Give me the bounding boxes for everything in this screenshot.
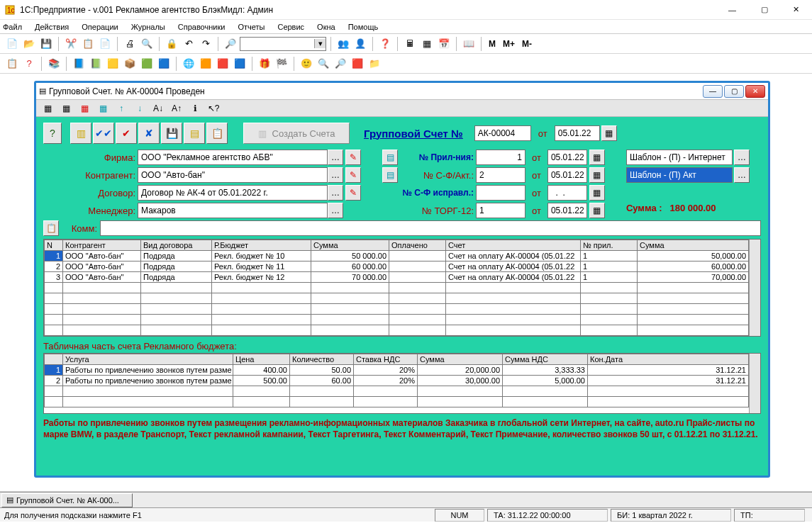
menu-service[interactable]: Сервис	[277, 23, 304, 31]
tb2-flag-button[interactable]: 🏁	[274, 56, 289, 72]
menu-references[interactable]: Справочники	[178, 23, 226, 31]
table-row[interactable]: 2Работы по привлечению звонков путем раз…	[45, 376, 749, 386]
new-doc-button[interactable]: 📄	[4, 36, 20, 52]
mdi-tb-copyline[interactable]: ▦	[59, 101, 73, 116]
firm-input[interactable]	[138, 150, 328, 165]
pril-number-input[interactable]	[476, 150, 525, 165]
hdr-save-button[interactable]: 💾	[161, 123, 182, 144]
open-button[interactable]: 📂	[21, 36, 37, 52]
tb2-globe-button[interactable]: 🌐	[181, 56, 196, 72]
mdi-tb-sort-asc[interactable]: A↓	[151, 101, 165, 116]
book-button[interactable]: 📖	[461, 36, 477, 52]
tb2-sheet-button[interactable]: 📋	[4, 56, 20, 72]
pril-calendar-button[interactable]: ▦	[589, 150, 605, 165]
sfakt-sheet-button[interactable]: ▤	[382, 167, 398, 183]
menu-windows[interactable]: Окна	[317, 23, 335, 31]
komm-input[interactable]	[100, 220, 761, 236]
budget-table[interactable]: Услуга ЦенаКоличество Ставка НДССумма Су…	[44, 354, 749, 407]
tb2-search2-button[interactable]: 🔎	[333, 56, 348, 72]
preview-button[interactable]: 🔍	[139, 36, 155, 52]
m-minus-button[interactable]: М-	[519, 39, 535, 49]
menu-actions[interactable]: Действия	[35, 23, 69, 31]
tb2-book2-button[interactable]: 📗	[88, 56, 104, 72]
torg-number-input[interactable]	[476, 203, 525, 218]
table-row[interactable]	[45, 397, 749, 407]
table-row[interactable]: 3ООО "Авто-бан"ПодрядаРекл. бюджет № 127…	[45, 272, 749, 283]
table-row[interactable]	[45, 293, 749, 304]
table-row[interactable]	[45, 304, 749, 315]
torg-calendar-button[interactable]: ▦	[589, 203, 605, 218]
calc-button[interactable]: 🖩	[402, 36, 418, 52]
doc-date-input[interactable]	[555, 125, 600, 141]
person-button[interactable]: 👤	[352, 36, 368, 52]
sfakt-date-input[interactable]	[547, 167, 587, 183]
menu-help[interactable]: Помощь	[348, 23, 379, 31]
mdi-tb-sort-desc[interactable]: A↑	[169, 101, 184, 116]
lock-button[interactable]: 🔒	[164, 36, 179, 52]
mdi-minimize-button[interactable]: —	[703, 85, 723, 98]
find-combo[interactable]: ▾	[240, 37, 326, 51]
pril-date-input[interactable]	[547, 150, 587, 165]
mdi-tb-delline[interactable]: ▦	[77, 101, 91, 116]
cut-button[interactable]: ✂️	[63, 36, 79, 52]
template-internet[interactable]: Шаблон - (П) - Интернет	[626, 150, 733, 165]
hdr-approve-button[interactable]: ✔	[116, 123, 137, 144]
document-title-link[interactable]: Групповой Счет №	[364, 128, 463, 140]
dogovor-edit-button[interactable]: ✎	[345, 185, 361, 201]
tb2-face-button[interactable]: 🙂	[299, 56, 314, 72]
dogovor-select-button[interactable]: …	[328, 185, 343, 201]
create-invoices-button[interactable]: ▥ Создать Счета	[243, 123, 350, 144]
template-internet-select[interactable]: …	[734, 150, 750, 165]
tb2-book1-button[interactable]: 📘	[71, 56, 87, 72]
contragent-input[interactable]	[138, 167, 328, 183]
m-plus-button[interactable]: М+	[500, 39, 518, 49]
torg-date-input[interactable]	[547, 203, 587, 218]
hdr-help-button[interactable]: ?	[43, 123, 62, 144]
manager-input[interactable]	[138, 203, 328, 218]
sfakt-number-input[interactable]	[476, 167, 525, 183]
table-row[interactable]	[45, 283, 749, 293]
mdi-titlebar[interactable]: ▤ Групповой Счет. № АК-00004 Проведен — …	[36, 83, 768, 100]
mdi-tb-refresh[interactable]: ▦	[96, 101, 110, 116]
undo-button[interactable]: ↶	[181, 36, 196, 52]
mdi-tb-up[interactable]: ↑	[114, 101, 128, 116]
tb2-search-button[interactable]: 🔍	[316, 56, 331, 72]
dogovor-input[interactable]	[138, 185, 328, 201]
paste-button[interactable]: 📄	[97, 36, 113, 52]
table-button[interactable]: ▦	[419, 36, 435, 52]
mdi-close-button[interactable]: ✕	[745, 85, 765, 98]
print-button[interactable]: 🖨	[122, 36, 138, 52]
menu-journals[interactable]: Журналы	[131, 23, 165, 31]
tb2-box-button[interactable]: 📦	[122, 56, 138, 72]
mdi-tb-newline[interactable]: ▦	[40, 101, 55, 116]
tb2-help-button[interactable]: ?	[21, 56, 37, 72]
sfisp-date-input[interactable]	[547, 185, 587, 201]
hdr-print-button[interactable]: ▤	[184, 123, 205, 144]
find-button[interactable]: 🔎	[223, 36, 238, 52]
manager-select-button[interactable]: …	[328, 203, 343, 218]
window-close-button[interactable]: ✕	[780, 0, 812, 20]
table-row[interactable]: 1ООО "Авто-бан"ПодрядаРекл. бюджет № 105…	[45, 251, 749, 262]
contragent-edit-button[interactable]: ✎	[345, 167, 361, 183]
sfakt-calendar-button[interactable]: ▦	[589, 167, 605, 183]
tb2-gift-button[interactable]: 🎁	[257, 56, 272, 72]
budget-scrollbar[interactable]	[749, 354, 760, 413]
mdi-maximize-button[interactable]: ▢	[724, 85, 744, 98]
menu-operations[interactable]: Операции	[82, 23, 118, 31]
tb2-red-button[interactable]: 🟥	[350, 56, 365, 72]
table-row[interactable]: 1Работы по привлечению звонков путем раз…	[45, 365, 749, 376]
hdr-cancel-button[interactable]: ✘	[138, 123, 160, 144]
calendar-button[interactable]: 📅	[436, 36, 452, 52]
sfisp-calendar-button[interactable]: ▦	[589, 185, 605, 201]
window-minimize-button[interactable]: —	[716, 0, 748, 20]
mdi-taskbar-item[interactable]: ▤ Групповой Счет. № АК-000...	[1, 493, 133, 507]
tb2-card3-button[interactable]: 🟦	[232, 56, 248, 72]
copy-button[interactable]: 📋	[80, 36, 96, 52]
contragent-select-button[interactable]: …	[328, 167, 343, 183]
firm-edit-button[interactable]: ✎	[345, 150, 361, 165]
table-row[interactable]	[45, 325, 749, 336]
tb2-card2-button[interactable]: 🟥	[215, 56, 230, 72]
doc-number-input[interactable]	[474, 125, 531, 141]
menu-file[interactable]: Файл	[3, 23, 22, 31]
save-button[interactable]: 💾	[38, 36, 54, 52]
